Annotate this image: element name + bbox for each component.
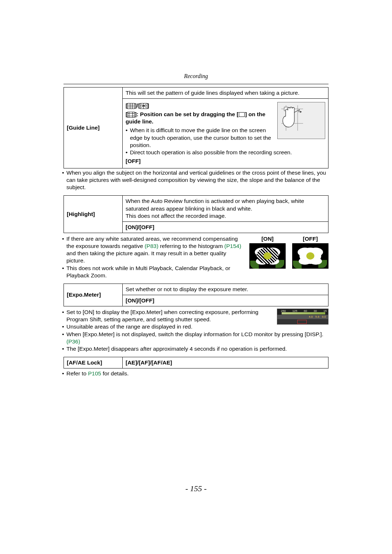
afae-note: Refer to P105 for details. <box>64 370 328 377</box>
highlight-label: [Highlight] <box>64 196 123 233</box>
grid-3x3-icon <box>127 103 135 109</box>
guide-line-label: [Guide Line] <box>64 87 123 168</box>
grid-free-icon <box>127 112 135 118</box>
afae-options: [AE]/[AF]/[AF/AE] <box>123 357 328 368</box>
afae-label: [AF/AE Lock] <box>64 357 123 368</box>
expometer-options: [ON]/[OFF] <box>123 295 328 306</box>
guide-line-detail-cell: []/[] []: Position can be set by draggin… <box>123 98 328 168</box>
link-p105[interactable]: P105 <box>88 370 101 376</box>
link-p154[interactable]: (P154) <box>224 243 241 249</box>
highlight-desc: When the Auto Review function is activat… <box>123 196 328 221</box>
afae-table: [AF/AE Lock] [AE]/[AF]/[AF/AE] <box>64 357 328 368</box>
expometer-note4: The [Expo.Meter] disappears after approx… <box>64 345 328 353</box>
link-p36[interactable]: (P36) <box>66 338 80 345</box>
highlight-note2: This does not work while in Multi Playba… <box>64 265 328 279</box>
highlight-options: [ON]/[OFF] <box>123 221 328 233</box>
guide-line-table: [Guide Line] This will set the pattern o… <box>64 87 328 168</box>
guide-line-sub2: Direct touch operation is also possible … <box>126 149 325 156</box>
highlight-table: [Highlight] When the Auto Review functio… <box>64 195 328 233</box>
expometer-note2: Unsuitable areas of the range are displa… <box>64 323 328 330</box>
expometer-note1: Set to [ON] to display the [Expo.Meter] … <box>64 309 328 323</box>
page-number: - 155 - <box>64 484 328 494</box>
guide-line-sub1: When it is difficult to move the guide l… <box>126 127 325 148</box>
guide-line-intro: This will set the pattern of guide lines… <box>123 87 328 98</box>
link-p83[interactable]: (P83) <box>144 243 158 249</box>
grid-diag-icon <box>140 103 147 109</box>
expometer-label: [Expo.Meter] <box>64 284 123 306</box>
expometer-table: [Expo.Meter] Set whether or not to displ… <box>64 284 328 306</box>
guide-line-off: [OFF] <box>126 158 325 165</box>
header-rule <box>64 84 328 84</box>
section-header: Recording <box>64 73 328 80</box>
expometer-note3: When [Expo.Meter] is not displayed, swit… <box>64 331 328 345</box>
guide-line-note: When you align the subject on the horizo… <box>64 169 328 191</box>
expometer-desc: Set whether or not to display the exposu… <box>123 284 328 295</box>
highlight-note1: If there are any white saturated areas, … <box>64 235 328 265</box>
drag-square-icon <box>239 112 245 117</box>
